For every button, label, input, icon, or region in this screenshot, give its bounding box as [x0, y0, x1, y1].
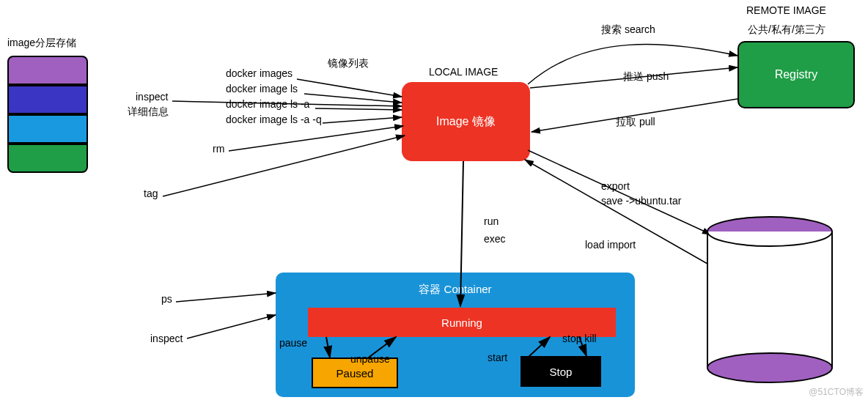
svg-line-16: [528, 337, 550, 358]
svg-point-22: [707, 353, 832, 382]
svg-line-12: [176, 293, 276, 302]
svg-line-14: [326, 337, 330, 358]
svg-line-15: [367, 337, 396, 359]
svg-line-10: [525, 160, 707, 264]
svg-line-13: [187, 315, 276, 338]
svg-line-7: [530, 67, 738, 88]
svg-line-17: [579, 337, 586, 356]
svg-line-6: [163, 136, 405, 196]
diagram-canvas: image分层存储 镜像列表 docker images docker imag…: [0, 0, 868, 400]
watermark: @51CTO博客: [809, 386, 864, 399]
svg-line-2: [315, 108, 402, 110]
diagram-arrows: [0, 0, 868, 400]
svg-line-4: [172, 101, 402, 106]
svg-rect-19: [707, 232, 832, 368]
svg-line-5: [229, 126, 403, 151]
svg-line-9: [528, 150, 711, 234]
svg-line-8: [532, 99, 738, 132]
svg-line-3: [323, 117, 402, 123]
svg-line-11: [460, 161, 463, 306]
svg-line-1: [304, 94, 402, 103]
